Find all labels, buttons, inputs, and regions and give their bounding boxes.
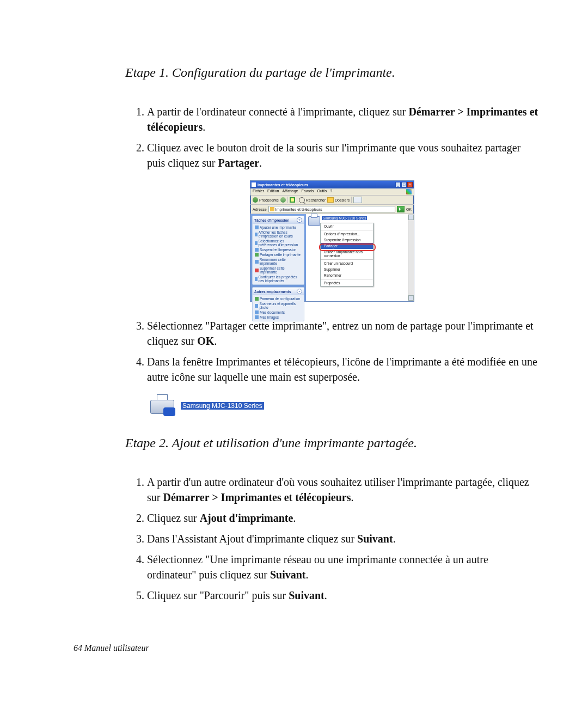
text: . bbox=[293, 512, 296, 524]
page-footer: 64 Manuel utilisateur bbox=[74, 643, 149, 653]
text: . bbox=[393, 533, 396, 545]
address-field[interactable]: Imprimantes et télécopieurs bbox=[268, 206, 395, 212]
ctx-print-options[interactable]: Options d'impression... bbox=[321, 231, 373, 237]
folders-label: Dossiers bbox=[335, 198, 350, 202]
step1-item-1: A partir de l'ordinateur connecté à l'im… bbox=[147, 104, 539, 135]
minimize-button[interactable]: _ bbox=[395, 182, 401, 187]
step2-item-5: Cliquez sur "Parcourir" puis sur Suivant… bbox=[147, 588, 539, 603]
bold-text: Ajout d'imprimante bbox=[200, 512, 293, 524]
step1-list: A partir de l'ordinateur connecté à l'im… bbox=[125, 104, 539, 170]
text: A partir de l'ordinateur connecté à l'im… bbox=[147, 106, 408, 118]
menu-favorites[interactable]: Favoris bbox=[301, 189, 314, 194]
page-number: 64 bbox=[74, 643, 82, 653]
ctx-rename[interactable]: Renommer bbox=[321, 272, 373, 278]
menu-edit[interactable]: Edition bbox=[267, 189, 279, 194]
addressbar: Adresse Imprimantes et télécopieurs OK bbox=[250, 205, 414, 214]
ctx-properties[interactable]: Propriétés bbox=[321, 280, 373, 286]
ctx-offline[interactable]: Utiliser l'imprimante hors connexion bbox=[321, 249, 373, 259]
up-folder-button[interactable] bbox=[290, 197, 295, 203]
menu-tools[interactable]: Outils bbox=[317, 189, 327, 194]
task-delete[interactable]: Supprimer cette imprimante bbox=[255, 266, 302, 275]
views-button[interactable] bbox=[353, 197, 362, 203]
search-button[interactable]: Rechercher bbox=[299, 197, 326, 203]
bold-text: Démarrer > Imprimantes et télécopieurs bbox=[163, 491, 351, 503]
other-header: Autres emplacements bbox=[254, 290, 291, 294]
step2-item-1: A partir d'un autre ordinateur d'où vous… bbox=[147, 474, 539, 505]
chevron-up-icon[interactable] bbox=[297, 289, 302, 294]
step2-item-2: Cliquez sur Ajout d'imprimante. bbox=[147, 510, 539, 526]
step2-heading: Etape 2. Ajout et utilisation d'une impr… bbox=[125, 436, 539, 450]
task-suspend[interactable]: Suspendre l'impression bbox=[255, 247, 302, 252]
shared-printer-icon bbox=[147, 394, 177, 417]
printer-icon bbox=[308, 216, 320, 226]
text: Cliquez sur bbox=[147, 512, 200, 524]
go-label: OK bbox=[406, 208, 412, 211]
scrollbar[interactable] bbox=[408, 214, 414, 301]
menu-view[interactable]: Affichage bbox=[282, 189, 298, 194]
task-label: Sélectionnez les préférences d'impressio… bbox=[259, 239, 302, 247]
maximize-button[interactable]: □ bbox=[401, 182, 407, 187]
menu-file[interactable]: Fichier bbox=[253, 189, 264, 194]
xp-window: Imprimantes et télécopieurs _ □ × Fichie… bbox=[250, 180, 414, 302]
task-add-printer[interactable]: Ajouter une imprimante bbox=[255, 225, 302, 230]
ctx-shortcut[interactable]: Créer un raccourci bbox=[321, 260, 373, 266]
menubar: Fichier Edition Affichage Favoris Outils… bbox=[250, 188, 414, 196]
task-label: Ajouter une imprimante bbox=[260, 226, 296, 229]
toolbar: Précédente Rechercher Dossiers bbox=[250, 196, 414, 205]
other-label: Panneau de configuration bbox=[260, 297, 300, 301]
other-control-panel[interactable]: Panneau de configuration bbox=[255, 296, 302, 301]
forward-button[interactable] bbox=[280, 197, 286, 203]
separator bbox=[287, 197, 288, 203]
text: . bbox=[324, 589, 327, 601]
task-panel: Tâches d'impression Ajouter une impriman… bbox=[250, 214, 306, 301]
text: Cliquez sur "Parcourir" puis sur bbox=[147, 589, 289, 601]
step1-heading: Etape 1. Configuration du partage de l'i… bbox=[125, 65, 539, 80]
step2-list: A partir d'un autre ordinateur d'où vous… bbox=[125, 474, 539, 603]
step1-item-3: Sélectionnez "Partager cette imprimante"… bbox=[147, 318, 539, 349]
step1-item-2: Cliquez avec le bouton droit de la souri… bbox=[147, 140, 539, 170]
footer-label: Manuel utilisateur bbox=[84, 643, 149, 653]
printer-name-selected: Samsung MJC-1310 Series bbox=[322, 216, 367, 220]
folders-button[interactable]: Dossiers bbox=[327, 197, 350, 203]
text: Sélectionnez "Une imprimante réseau ou u… bbox=[147, 553, 488, 581]
task-show-jobs[interactable]: Afficher les tâches d'impression en cour… bbox=[255, 230, 302, 239]
shared-printer-figure: Samsung MJC-1310 Series bbox=[147, 394, 539, 417]
task-share[interactable]: Partager cette imprimante bbox=[255, 252, 302, 257]
ctx-share[interactable]: Partager... bbox=[321, 243, 373, 249]
separator bbox=[321, 259, 373, 260]
address-label: Adresse bbox=[253, 208, 267, 211]
window-titlebar[interactable]: Imprimantes et télécopieurs _ □ × bbox=[250, 181, 414, 188]
menu-help[interactable]: ? bbox=[330, 189, 332, 194]
go-button[interactable] bbox=[397, 206, 405, 212]
scroll-down-button[interactable] bbox=[408, 295, 414, 301]
back-button[interactable]: Précédente bbox=[253, 197, 279, 203]
bold-text: OK bbox=[197, 335, 214, 347]
chevron-up-icon[interactable] bbox=[297, 217, 302, 223]
step2-item-4: Sélectionnez "Une imprimante réseau ou u… bbox=[147, 552, 539, 582]
task-properties[interactable]: Configurer les propriétés des imprimante… bbox=[255, 275, 302, 283]
separator bbox=[297, 197, 297, 203]
ctx-open[interactable]: Ouvrir bbox=[321, 223, 373, 229]
separator bbox=[321, 279, 373, 279]
ctx-delete[interactable]: Supprimer bbox=[321, 266, 373, 272]
bold-text: Suivant bbox=[357, 533, 393, 545]
bold-text: Partager bbox=[218, 157, 260, 169]
context-menu: Ouvrir Options d'impression... Suspendre… bbox=[320, 223, 373, 287]
task-select-prefs[interactable]: Sélectionnez les préférences d'impressio… bbox=[255, 239, 302, 247]
other-my-documents[interactable]: Mes documents bbox=[255, 310, 302, 315]
task-rename[interactable]: Renommer cette imprimante bbox=[255, 257, 302, 266]
document-page: Etape 1. Configuration du partage de l'i… bbox=[0, 0, 588, 713]
text: . bbox=[203, 121, 205, 133]
folder-icon bbox=[327, 197, 334, 203]
task-label: Renommer cette imprimante bbox=[260, 258, 302, 265]
text: . bbox=[351, 491, 353, 503]
ctx-suspend[interactable]: Suspendre l'impression bbox=[321, 237, 373, 243]
task-label: Configurer les propriétés des imprimante… bbox=[259, 275, 302, 283]
step2-item-3: Dans l'Assistant Ajout d'imprimante cliq… bbox=[147, 531, 539, 546]
task-label: Suspendre l'impression bbox=[260, 248, 296, 252]
scroll-up-button[interactable] bbox=[408, 215, 414, 220]
close-button[interactable]: × bbox=[407, 182, 413, 187]
other-scanners[interactable]: Scanneurs et appareils photo bbox=[255, 301, 302, 310]
other-label: Scanneurs et appareils photo bbox=[259, 302, 302, 309]
content-area: Samsung MJC-1310 Series Ouvrir Options d… bbox=[306, 214, 408, 301]
